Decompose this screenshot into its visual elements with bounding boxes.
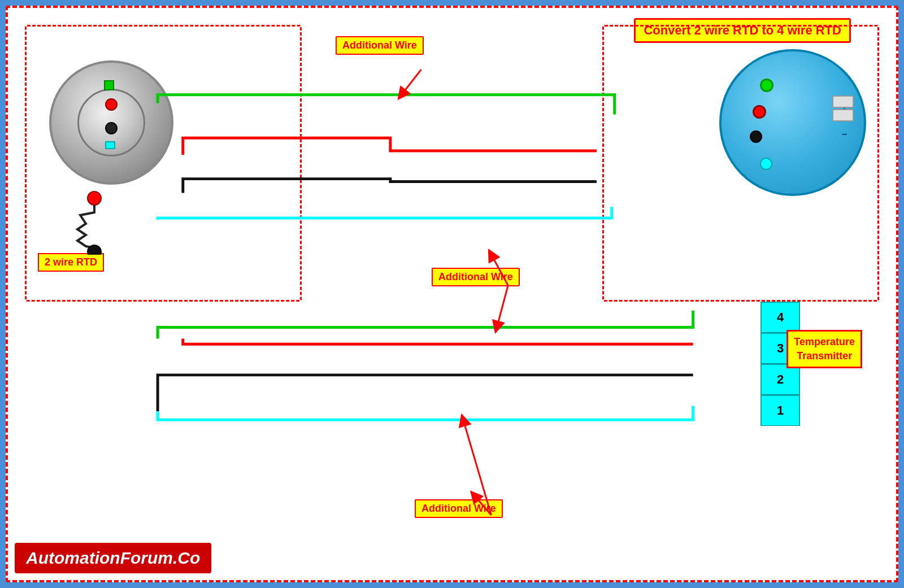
svg-point-2 [88, 245, 101, 255]
red-dot-sensor [105, 98, 118, 111]
green-dot-transmitter [760, 79, 773, 92]
sensor-head-container [49, 60, 173, 185]
terminal-1: 1 [760, 395, 800, 426]
green-connector [104, 80, 114, 90]
additional-wire-label-mid: Additional Wire [432, 268, 520, 286]
black-dot-transmitter [750, 130, 762, 143]
terminal-4: 4 [760, 302, 800, 333]
additional-wire-label-bot: Additional Wire [415, 499, 503, 518]
temp-line2: Transmitter [794, 349, 855, 363]
main-container: Convert 2 wire RTD to 4 wire RTD [6, 6, 898, 582]
footer-box: AutomationForum.Co [15, 543, 211, 573]
red-dot-transmitter [753, 105, 766, 119]
sensor-head [49, 60, 173, 185]
transmitter-box: + − [602, 25, 879, 302]
cyan-connector-sensor [105, 141, 115, 149]
sensor-inner [77, 89, 145, 156]
transmitter-head: + − [719, 49, 866, 196]
svg-line-3 [402, 69, 421, 95]
svg-line-5 [497, 285, 508, 327]
rtd-label: 2 wire RTD [38, 253, 104, 272]
rtd-label-text: 2 wire RTD [45, 256, 97, 268]
temp-transmitter-label: Temperature Transmitter [786, 330, 862, 368]
temp-line1: Temperature [794, 335, 855, 349]
cyan-dot-transmitter [760, 158, 772, 170]
additional-wire-label-top: Additional Wire [336, 36, 424, 55]
footer-text: AutomationForum.Co [26, 548, 200, 567]
coil-svg [72, 187, 162, 255]
black-dot-sensor [105, 122, 118, 134]
rtd-box: 2 wire RTD [25, 25, 302, 302]
